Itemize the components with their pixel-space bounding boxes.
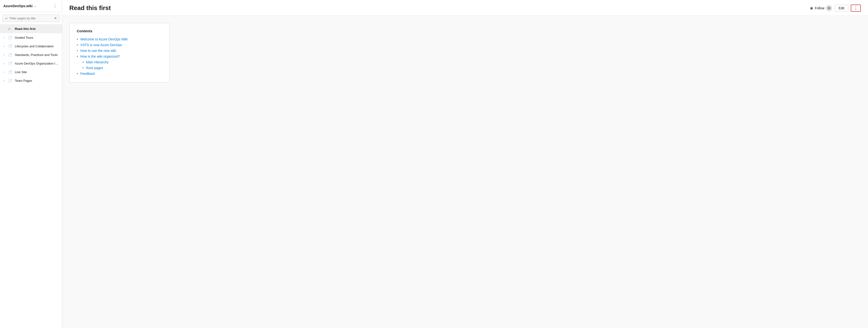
contents-item-welcome: • Welcome to Azure DevOps Wiki <box>77 36 162 42</box>
contents-link-feedback[interactable]: Feedback <box>80 72 95 75</box>
follow-count: 11 <box>826 5 832 11</box>
contents-link-organized[interactable]: How is the wiki organized? <box>80 55 120 58</box>
nav-item-team-pages[interactable]: › 📄 Team Pages <box>0 76 62 85</box>
sidebar-header: AzureDevOps.wiki ⌄ ⋮ <box>0 0 62 12</box>
nav-item-guided-tours[interactable]: › 📄 Guided Tours <box>0 33 62 42</box>
sidebar-title-group: AzureDevOps.wiki ⌄ <box>3 4 36 8</box>
follow-group: ◉ Follow 11 <box>810 5 832 11</box>
chevron-right-icon: › <box>3 36 8 39</box>
filter-bar: ▱ ✕ <box>2 14 60 22</box>
contents-list: • Welcome to Azure DevOps Wiki • VSTS is… <box>77 36 162 76</box>
chevron-right-icon: › <box>3 45 8 47</box>
contents-item-how-to-use: • How to use the new wiki <box>77 48 162 54</box>
bullet-icon: • <box>77 43 78 47</box>
filter-input[interactable] <box>9 17 54 20</box>
nav-item-azure-devops-org[interactable]: › 📄 Azure DevOps Organization Inf... <box>0 59 62 68</box>
chevron-down-icon: ⌄ <box>34 4 36 8</box>
contents-title: Contents <box>77 29 162 33</box>
main-content: Read this first ◉ Follow 11 Edit ⋮ Conte… <box>62 0 868 328</box>
nav-item-label: Standards, Practices and Tools <box>15 53 59 57</box>
follow-button[interactable]: Follow <box>815 6 824 10</box>
page-title: Read this first <box>69 4 111 12</box>
contents-link-how-to-use[interactable]: How to use the new wiki <box>80 49 116 53</box>
nav-item-label: Azure DevOps Organization Inf... <box>15 62 59 65</box>
nav-item-label: Guided Tours <box>15 36 59 39</box>
contents-item-root-pages: • Root pages <box>77 65 162 71</box>
content-header: Read this first ◉ Follow 11 Edit ⋮ <box>62 0 868 16</box>
nav-item-label: Read this first <box>15 27 59 31</box>
nav-item-lifecycles[interactable]: › 📄 Lifecycles and Collaboration <box>0 42 62 51</box>
eye-icon: ◉ <box>810 6 813 10</box>
contents-item-feedback: • Feedback <box>77 71 162 76</box>
filter-icon: ▱ <box>5 16 8 20</box>
doc-icon: 📄 <box>8 79 13 83</box>
edit-button[interactable]: Edit <box>835 5 848 11</box>
nav-item-live-site[interactable]: › 📄 Live Site <box>0 68 62 76</box>
content-body: Contents • Welcome to Azure DevOps Wiki … <box>62 16 868 328</box>
filter-clear-button[interactable]: ✕ <box>54 16 57 20</box>
bullet-icon: • <box>77 49 78 53</box>
bullet-icon: • <box>77 55 78 58</box>
chevron-right-icon: › <box>3 62 8 65</box>
doc-icon: 📄 <box>8 61 13 65</box>
bullet-icon: • <box>77 37 78 41</box>
sidebar: AzureDevOps.wiki ⌄ ⋮ ▱ ✕ ⌂ Read this fir… <box>0 0 62 328</box>
home-icon: ⌂ <box>8 27 13 31</box>
contents-link-vsts[interactable]: VSTS is now Azure DevOps <box>80 43 122 47</box>
header-actions: ◉ Follow 11 Edit ⋮ <box>810 4 861 12</box>
nav-item-read-this-first[interactable]: ⌂ Read this first <box>0 24 62 33</box>
chevron-right-icon: › <box>3 53 8 56</box>
doc-icon: 📄 <box>8 44 13 48</box>
contents-item-vsts: • VSTS is now Azure DevOps <box>77 42 162 48</box>
contents-item-organized: • How is the wiki organized? <box>77 54 162 59</box>
sidebar-more-button[interactable]: ⋮ <box>52 3 59 9</box>
sidebar-title: AzureDevOps.wiki <box>3 4 33 8</box>
chevron-right-icon: › <box>3 70 8 73</box>
nav-items: ⌂ Read this first › 📄 Guided Tours › 📄 L… <box>0 24 62 85</box>
nav-item-standards[interactable]: › 📄 Standards, Practices and Tools <box>0 51 62 59</box>
contents-link-root-pages[interactable]: Root pages <box>86 66 103 70</box>
doc-icon: 📄 <box>8 70 13 74</box>
nav-item-label: Live Site <box>15 70 59 74</box>
contents-item-main-hierarchy: • Main Hierarchy <box>77 59 162 65</box>
contents-link-main-hierarchy[interactable]: Main Hierarchy <box>86 60 108 64</box>
doc-icon: 📄 <box>8 36 13 39</box>
bullet-icon: • <box>77 72 78 75</box>
contents-link-welcome[interactable]: Welcome to Azure DevOps Wiki <box>80 37 128 41</box>
bullet-icon: • <box>83 60 84 64</box>
doc-icon: 📄 <box>8 53 13 57</box>
chevron-right-icon: › <box>3 79 8 82</box>
nav-item-label: Team Pages <box>15 79 59 83</box>
more-options-button[interactable]: ⋮ <box>851 4 861 12</box>
contents-card: Contents • Welcome to Azure DevOps Wiki … <box>69 23 170 83</box>
bullet-icon: • <box>83 66 84 70</box>
nav-item-label: Lifecycles and Collaboration <box>15 44 59 48</box>
